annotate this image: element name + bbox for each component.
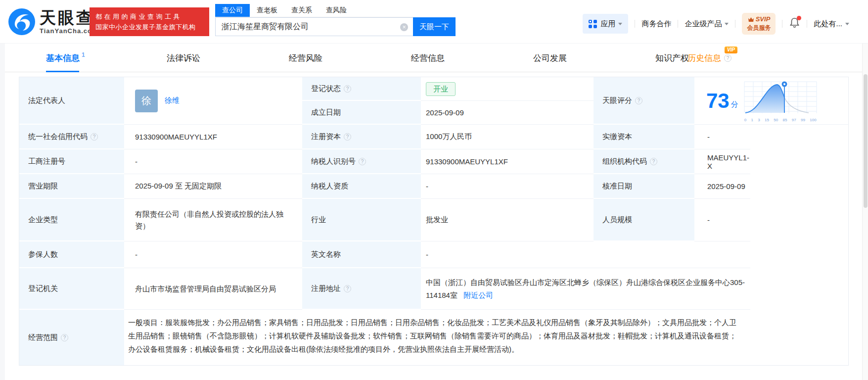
table-row: 经营范围 一般项目：服装服饰批发；办公用品销售；家具销售；日用品批发；日用品销售… (19, 310, 848, 365)
label-text: 统一社会信用代码 (28, 132, 88, 142)
label-reg-address: 注册地址 (302, 268, 421, 310)
promo-banner[interactable]: 都在用的商业查询工具 国家中小企业发展子基金旗下机构 (90, 7, 209, 36)
logo-eye-icon (8, 8, 36, 36)
help-icon[interactable] (61, 334, 68, 341)
tab-legal-proceedings[interactable]: 法律诉讼 (167, 44, 200, 72)
table-row: 法定代表人 徐 徐维 登记状态 开业 成立日期 2025-09-09 天眼评分 … (19, 77, 848, 125)
tab-label: 公司发展 (533, 52, 567, 64)
label-paid-capital: 实缴资本 (594, 125, 694, 149)
search-tabs: 查公司 查老板 查关系 查风险 (215, 3, 413, 17)
scrollbar-thumb[interactable] (864, 74, 868, 208)
search-tab-company[interactable]: 查公司 (215, 4, 250, 17)
divider (807, 20, 807, 28)
search-input[interactable]: 浙江海笙星商贸有限公司 (215, 17, 413, 36)
value-company-type: 有限责任公司（非自然人投资或控股的法人独资） (124, 199, 302, 241)
crown-icon (748, 17, 754, 22)
table-row: 企业类型 有限责任公司（非自然人投资或控股的法人独资） 行业 批发业 人员规模 … (19, 199, 848, 241)
section-tabbar: 基本信息 1 法律诉讼 经营风险 经营信息 公司发展 知识产权 历史信息 VIP (0, 44, 868, 72)
apps-grid-icon (589, 20, 597, 28)
value-establish-date: 2025-09-09 (421, 101, 594, 125)
label-approval-date: 核准日期 (594, 174, 694, 199)
tab-label: 经营风险 (289, 52, 322, 64)
legal-rep-link[interactable]: 徐维 (165, 96, 180, 105)
row-tail (750, 268, 848, 310)
tab-business-info[interactable]: 经营信息 (411, 44, 445, 72)
tab-history-info[interactable]: 历史信息 VIP (687, 44, 731, 72)
value-reg-capital: 1000万人民币 (421, 125, 594, 149)
value-paid-capital: - (694, 125, 750, 149)
nearby-companies-link[interactable]: 附近公司 (463, 291, 493, 299)
search-button[interactable]: 天眼一下 (413, 17, 456, 36)
label-taxpayer-id: 纳税人识别号 (302, 149, 421, 174)
label-legal-rep: 法定代表人 (19, 77, 124, 125)
label-staff-size: 人员规模 (594, 199, 694, 241)
nav-cooperation[interactable]: 商务合作 (641, 19, 671, 29)
label-score: 天眼评分 (594, 77, 694, 125)
nav-enterprise[interactable]: 企业级产品 (685, 19, 722, 29)
score-unit: 分 (731, 100, 738, 109)
label-business-term: 营业期限 (19, 174, 124, 199)
label-english-name: 英文名称 (302, 241, 421, 268)
divider (782, 20, 782, 28)
value-legal-rep: 徐 徐维 (124, 77, 302, 125)
avatar[interactable]: 徐 (135, 90, 158, 112)
status-date-stack: 登记状态 开业 成立日期 2025-09-09 (302, 77, 594, 125)
search-input-value: 浙江海笙星商贸有限公司 (222, 22, 309, 32)
value-credit-code: 91330900MAEUYYL1XF (124, 125, 302, 149)
search-tab-risk[interactable]: 查风险 (319, 4, 354, 17)
help-icon[interactable] (344, 85, 351, 93)
value-taxpayer-quality: - (421, 174, 594, 199)
tab-label: 经营信息 (411, 52, 445, 64)
help-icon[interactable] (359, 158, 366, 165)
search-tab-boss[interactable]: 查老板 (250, 4, 284, 17)
status-badge: 开业 (426, 82, 456, 96)
table-row: 登记机关 舟山市市场监督管理局自由贸易试验区分局 注册地址 中国（浙江）自由贸易… (19, 268, 848, 310)
table-row: 工商注册号 - 纳税人识别号 91330900MAEUYYL1XF 组织机构代码… (19, 149, 848, 174)
row-tail (750, 174, 848, 199)
help-icon[interactable] (344, 285, 351, 292)
label-reg-status: 登记状态 (302, 77, 421, 101)
value-approval-date: 2025-09-09 (694, 174, 750, 199)
tab-basic-info[interactable]: 基本信息 1 (46, 44, 85, 72)
search-module: 查公司 查老板 查关系 查风险 浙江海笙星商贸有限公司 天眼一下 (215, 3, 456, 36)
value-english-name: - (421, 241, 750, 268)
tab-intellectual-property[interactable]: 知识产权 (655, 44, 689, 72)
help-icon[interactable] (724, 54, 731, 62)
tab-operating-risk[interactable]: 经营风险 (289, 44, 322, 72)
label-insured-count: 参保人数 (19, 241, 124, 268)
vertical-scrollbar[interactable] (862, 44, 868, 380)
tab-label: 知识产权 (655, 52, 689, 64)
svip-sublabel: 会员服务 (747, 24, 771, 32)
search-tab-relation[interactable]: 查关系 (284, 4, 319, 17)
help-icon[interactable] (91, 133, 98, 141)
tab-company-development[interactable]: 公司发展 (533, 44, 567, 72)
tianyancha-logo[interactable]: 天眼查 TianYanCha.com (8, 8, 98, 36)
score-axis-ticks: 01 315 5085 9799 100 (744, 118, 817, 122)
value-industry: 批发业 (421, 199, 594, 241)
promo-line2: 国家中小企业发展子基金旗下机构 (95, 22, 203, 32)
label-industry: 行业 (302, 199, 421, 241)
label-text: 经营范围 (28, 333, 58, 342)
value-reg-number: - (124, 149, 302, 174)
clear-icon[interactable] (400, 23, 408, 31)
svip-label: SVIP (756, 15, 771, 24)
caret-down-icon (618, 23, 622, 25)
apps-menu[interactable]: 应用 (583, 14, 628, 34)
label-reg-number: 工商注册号 (19, 149, 124, 174)
label-taxpayer-quality: 纳税人资质 (302, 174, 421, 199)
label-text: 天眼评分 (602, 96, 632, 105)
account-menu[interactable]: 此处有... (814, 19, 842, 29)
help-icon[interactable] (344, 133, 351, 141)
help-icon[interactable] (650, 158, 657, 165)
header-nav: 应用 商务合作 企业级产品 SVIP 会员服务 此处有... (583, 14, 849, 34)
score-value: 73 (706, 91, 730, 111)
label-text: 纳税人识别号 (311, 157, 356, 166)
notification-bell[interactable] (790, 18, 799, 30)
vip-badge: VIP (725, 47, 737, 53)
score-distribution-chart: 01 315 5085 9799 100 (743, 80, 818, 122)
row-tail (750, 199, 848, 241)
help-icon[interactable] (635, 97, 642, 104)
svip-member-button[interactable]: SVIP 会员服务 (742, 13, 776, 35)
value-staff-size: - (694, 199, 750, 241)
score-panel: 73 分 (694, 77, 848, 125)
